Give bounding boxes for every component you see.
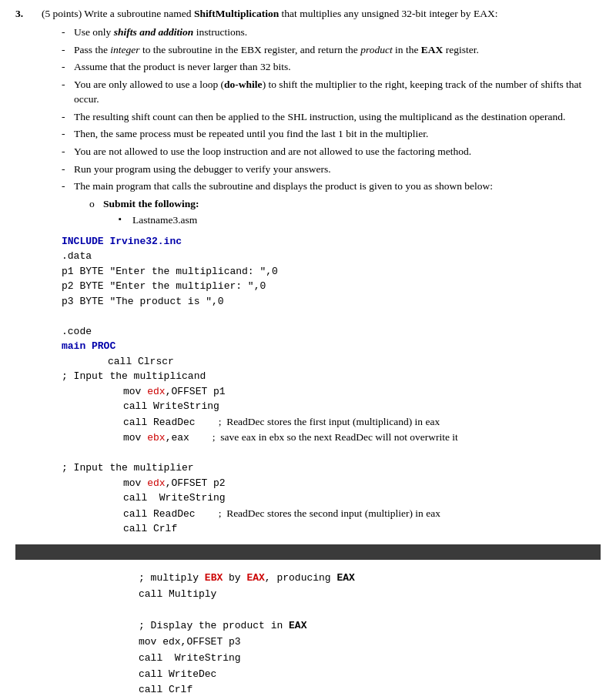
call-readdec-2: call ReadDec; ReadDec stores the second …: [123, 506, 601, 522]
call-writestring-3: call WriteString: [139, 651, 601, 667]
sub-sub-list-item: Lastname3.asm: [119, 213, 601, 228]
mov-ebx-eax: mov ebx,eax; save eax in ebx so the next…: [123, 430, 601, 446]
mov-edx-p3: mov edx,OFFSET p3: [139, 634, 601, 651]
include-line: INCLUDE Irvine32.inc: [62, 234, 601, 249]
call-readdec-1: call ReadDec; ReadDec stores the first i…: [123, 414, 601, 430]
call-crlf-1: call Crlf: [123, 521, 601, 537]
p1-line: p1 BYTE "Enter the multiplicand: ",0: [62, 264, 601, 280]
list-item: Assume that the product is never larger …: [62, 59, 601, 75]
code-directive: .code: [62, 324, 601, 340]
data-directive: .data: [62, 249, 601, 264]
list-item: Run your program using the debugger to v…: [62, 162, 601, 177]
list-item: Use only shifts and addition instruction…: [62, 25, 601, 40]
sub-sub-list: Lastname3.asm: [119, 213, 601, 228]
list-item: Then, the same process must be repeated …: [62, 126, 601, 142]
sub-list-item: Submit the following: Lastname3.asm: [89, 196, 601, 228]
list-item: The main program that calls the subrouti…: [62, 179, 601, 228]
call-writestring-2: call WriteString: [123, 490, 601, 506]
comment-multiplicand: ; Input the multiplicand: [62, 369, 601, 384]
comment-display: ; Display the product in EAX: [139, 618, 601, 634]
comment-multiply: ; multiply EBX by EAX, producing EAX: [139, 571, 601, 587]
call-crlf-2: call Crlf: [139, 682, 601, 693]
call-writestring-1: call WriteString: [123, 399, 601, 414]
call-writedec: call WriteDec: [139, 667, 601, 683]
mov-edx-p1: mov edx,OFFSET p1: [123, 384, 601, 400]
p3-line: p3 BYTE "The product is ",0: [62, 294, 601, 310]
bottom-code-block: ; multiply EBX by EAX, producing EAX cal…: [139, 571, 601, 693]
p2-line: p2 BYTE "Enter the multiplier: ",0: [62, 279, 601, 294]
question-points: (5 points) Write a subroutine named Shif…: [42, 8, 497, 20]
question-header: 3. (5 points) Write a subroutine named S…: [15, 8, 601, 20]
mov-edx-p2: mov edx,OFFSET p2: [123, 476, 601, 491]
code-block: INCLUDE Irvine32.inc .data p1 BYTE "Ente…: [62, 234, 601, 537]
main-proc: main PROC: [62, 339, 601, 354]
call-multiply: call Multiply: [139, 587, 601, 603]
subroutine-name: ShiftMultiplication: [194, 8, 279, 19]
bullet-list: Use only shifts and addition instruction…: [62, 25, 601, 228]
list-item: You are only allowed to use a loop (do-w…: [62, 77, 601, 107]
list-item: The resulting shift count can then be ap…: [62, 109, 601, 125]
sub-list: Submit the following: Lastname3.asm: [89, 196, 601, 228]
question-number: 3.: [15, 8, 38, 20]
comment-multiplier: ; Input the multiplier: [62, 460, 601, 476]
list-item: You are not allowed to use the loop inst…: [62, 144, 601, 159]
list-item: Pass the integer to the subroutine in th…: [62, 42, 601, 58]
page-container: 3. (5 points) Write a subroutine named S…: [0, 0, 616, 693]
call-clrscr: call Clrscr: [108, 354, 601, 370]
section-divider: [15, 544, 601, 560]
